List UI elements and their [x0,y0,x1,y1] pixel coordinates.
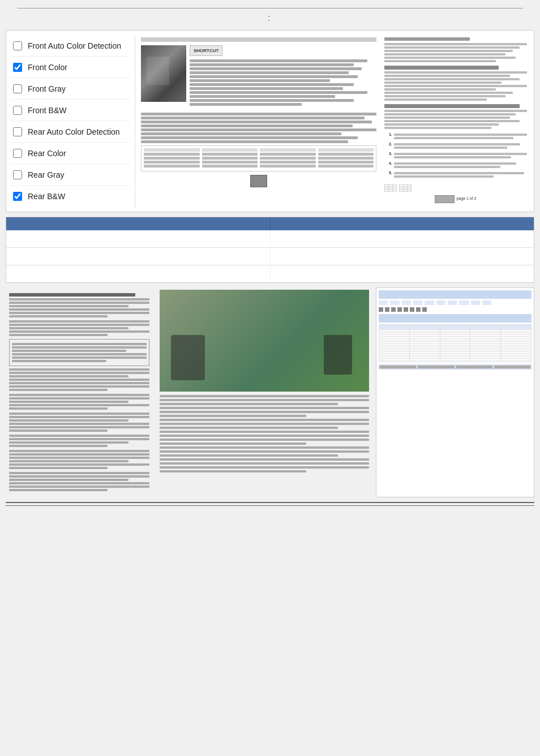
dot-divider: : [6,11,534,25]
top-divider [17,8,523,8]
table-cell-2-2 [271,248,534,265]
checkbox-rear-color-label: Rear Color [28,149,66,158]
total-1 [380,366,416,368]
bottom-footer [6,502,534,506]
right-title-line [384,37,470,41]
text-lines-group-1 [190,59,376,106]
art-text-group-6 [9,435,149,447]
checkbox-rear-color[interactable]: Rear Color [11,143,130,164]
data-header-1 [379,290,532,299]
art-text-group-2 [9,320,149,336]
checkbox-rear-gray-label: Rear Gray [28,170,65,179]
art-text-group-1 [9,298,149,317]
right-page-nav: page 1 of 2 [384,195,527,203]
art-text-group-4 [9,394,149,410]
checkbox-rear-gray[interactable]: Rear Gray [11,164,130,186]
data-icon-5 [404,307,408,312]
right-text-block-1 [384,43,527,62]
data-controls-row [379,307,532,312]
right-numbers-table-1 [384,184,397,192]
data-icon-1 [379,307,383,312]
data-control-6 [436,300,445,305]
checkbox-rear-auto-color[interactable]: Rear Auto Color Detection [11,121,130,143]
checkbox-rear-bw[interactable]: Rear B&W [11,186,130,207]
data-totals-row [379,364,532,370]
article-center-image [160,290,369,392]
right-text-block-2 [384,71,527,101]
right-page-nav-text: page 1 of 2 [456,195,476,203]
data-control-5 [425,300,434,305]
checkbox-rear-auto-color-input[interactable] [13,127,22,136]
checkbox-front-color-label: Front Color [28,63,67,72]
main-content: Front Auto Color Detection Front Color F… [6,30,534,212]
page-nav-area [141,175,376,187]
checkbox-front-bw[interactable]: Front B&W [11,100,130,121]
right-text-block-3 [384,110,527,129]
art-quote-box [9,339,149,366]
right-section-title-2 [384,104,520,108]
checkbox-rear-color-input[interactable] [13,149,22,158]
left-panel: Front Auto Color Detection Front Color F… [11,35,135,207]
checkbox-front-gray-label: Front Gray [28,84,66,93]
total-4 [494,366,530,368]
middle-panel: SHORTCUT [139,35,379,207]
table-header-cell-1 [6,217,271,230]
right-page-nav-box [435,195,455,203]
checkbox-rear-auto-color-label: Rear Auto Color Detection [28,127,120,136]
middle-table-area [141,145,376,171]
checkbox-rear-bw-label: Rear B&W [28,192,65,201]
right-item-4: 4. [389,161,527,169]
data-icon-8 [422,307,427,312]
data-control-7 [448,300,457,305]
art-text-group-8 [9,472,149,491]
big-data-table [379,324,532,362]
data-control-2 [390,300,399,305]
checkbox-front-gray-input[interactable] [13,84,22,93]
right-item-3: 3. [389,152,527,160]
table-header-cell-2 [271,217,534,230]
total-2 [418,366,454,368]
article-left-text [6,287,153,497]
total-3 [456,366,492,368]
checkbox-front-auto-color[interactable]: Front Auto Color Detection [11,35,130,57]
right-bottom-tables [384,182,527,192]
data-control-1 [379,300,388,305]
shortcut-box: SHORTCUT [190,45,222,56]
table-section [6,217,534,283]
article-center-below [160,395,369,472]
article-center [157,287,371,497]
right-numbers-table-2 [399,184,412,192]
table-cell-1-2 [271,230,534,247]
checkbox-front-bw-input[interactable] [13,106,22,115]
scanner-image [141,45,186,102]
data-control-10 [482,300,491,305]
data-control-3 [402,300,411,305]
data-icon-4 [397,307,402,312]
table-cell-3-2 [271,265,534,282]
checkbox-front-gray[interactable]: Front Gray [11,78,130,100]
art-text-group-3 [9,368,149,391]
data-top-controls [379,300,532,305]
checkbox-front-auto-color-label: Front Auto Color Detection [28,41,121,50]
table-row-3 [6,265,534,282]
data-icon-2 [385,307,389,312]
table-cell-2-1 [6,248,271,265]
checkbox-front-auto-color-input[interactable] [13,41,22,50]
art-text-group-7 [9,450,149,469]
data-control-8 [459,300,468,305]
checkbox-front-color[interactable]: Front Color [11,57,130,78]
article-full-section [6,287,534,497]
table-row-1 [6,230,534,248]
middle-top-bar [141,37,376,42]
right-numbered-items: 1. 2. 3. [384,132,527,179]
table-header-row [6,217,534,230]
middle-text-content: SHORTCUT [190,45,376,109]
table-cell-3-1 [6,265,271,282]
table-row-2 [6,248,534,265]
data-control-9 [471,300,480,305]
checkbox-front-color-input[interactable] [13,63,22,72]
checkbox-rear-bw-input[interactable] [13,192,22,201]
data-icon-6 [410,307,414,312]
checkbox-rear-gray-input[interactable] [13,170,22,179]
data-control-4 [413,300,422,305]
